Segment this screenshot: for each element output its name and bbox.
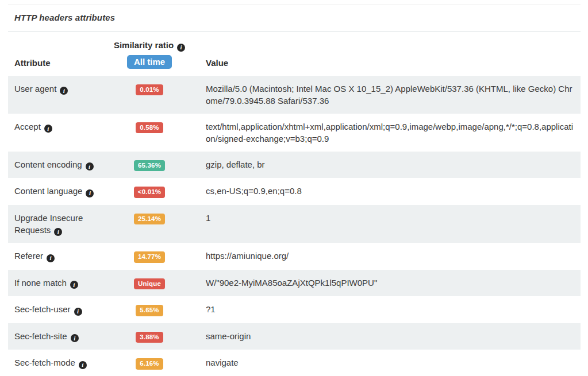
attribute-label: Content language [14,186,82,196]
info-icon[interactable]: i [86,189,94,197]
similarity-badge: Unique [134,278,165,290]
info-icon[interactable]: i [86,162,94,170]
attribute-cell: Sec-fetch-sitei [14,330,109,343]
similarity-badge: 3.88% [136,332,163,343]
info-icon[interactable]: i [177,44,185,52]
attribute-cell: Content languagei [14,185,109,198]
table-row: Sec-fetch-modei 6.16% navigate [8,350,581,376]
attribute-label: Referer [14,251,43,261]
value-cell: W/"90e2-MyiMA85oaZAjXtQPk1l5qPIW0PU" [190,277,574,290]
panel-header: HTTP headers attributes [8,5,581,32]
table-row: Content encodingi 65.36% gzip, deflate, … [8,152,581,179]
attribute-cell: User agenti [14,83,109,107]
value-cell: 1 [190,212,574,237]
column-header-value: Value [190,57,574,69]
panel-title: HTTP headers attributes [14,12,574,24]
value-cell: same-origin [190,330,574,343]
attribute-label: Content encoding [14,160,82,169]
value-cell: ?1 [190,303,574,316]
info-icon[interactable]: i [71,334,79,342]
info-icon[interactable]: i [47,254,55,262]
value-cell: https://amiunique.org/ [190,250,574,263]
similarity-cell: <0.01% [109,185,190,198]
similarity-cell: 3.88% [109,330,190,343]
info-icon[interactable]: i [54,228,62,236]
value-cell: navigate [190,356,574,370]
table-row: Sec-fetch-sitei 3.88% same-origin [8,323,581,350]
table-row: Sec-fetch-useri 5.65% ?1 [8,296,581,323]
attribute-label: User agent [14,84,56,94]
info-icon[interactable]: i [60,87,68,95]
similarity-ratio-label: Similarity ratio [114,40,174,50]
table-body: User agenti 0.01% Mozilla/5.0 (Macintosh… [8,76,581,376]
value-cell: text/html,application/xhtml+xml,applicat… [190,121,574,145]
attribute-label: Sec-fetch-user [14,304,71,314]
info-icon[interactable]: i [74,308,82,316]
attribute-cell: Refereri [14,250,109,263]
table-row: Upgrade Insecure Requestsi 25.14% 1 [8,205,581,243]
column-header-attribute: Attribute [14,57,109,69]
table-header: Attribute Similarity ratioi All time Val… [8,32,581,76]
similarity-cell: Unique [109,277,190,290]
similarity-badge: 6.16% [136,358,163,370]
attribute-cell: Sec-fetch-modei [14,356,109,370]
attribute-cell: Content encodingi [14,158,109,172]
similarity-badge: <0.01% [134,187,166,198]
info-icon[interactable]: i [70,281,78,289]
column-header-similarity: Similarity ratioi All time [109,40,190,69]
similarity-cell: 25.14% [109,212,190,237]
attribute-cell: Upgrade Insecure Requestsi [14,212,109,237]
table-row: Refereri 14.77% https://amiunique.org/ [8,243,581,270]
similarity-badge: 0.01% [136,84,163,96]
time-filter-badge[interactable]: All time [127,55,172,69]
similarity-cell: 5.65% [109,303,190,316]
value-cell: Mozilla/5.0 (Macintosh; Intel Mac OS X 1… [190,83,574,107]
attribute-cell: Sec-fetch-useri [14,303,109,316]
table-row: If none matchi Unique W/"90e2-MyiMA85oaZ… [8,270,581,297]
similarity-cell: 14.77% [109,250,190,263]
table-row: Content languagei <0.01% cs,en-US;q=0.9,… [8,178,581,205]
table-row: User agenti 0.01% Mozilla/5.0 (Macintosh… [8,76,581,114]
similarity-cell: 0.01% [109,83,190,107]
attribute-label: Sec-fetch-site [14,331,67,341]
http-headers-panel: HTTP headers attributes Attribute Simila… [8,5,581,376]
table-row: Accepti 0.58% text/html,application/xhtm… [8,114,581,152]
attribute-label: Sec-fetch-mode [14,358,75,367]
attribute-label: Accept [14,122,41,131]
similarity-badge: 25.14% [134,214,165,225]
attribute-label: Upgrade Insecure Requests [14,213,83,235]
info-icon[interactable]: i [79,361,87,369]
info-icon[interactable]: i [44,125,52,133]
attribute-cell: Accepti [14,121,109,145]
similarity-badge: 5.65% [136,305,163,316]
http-headers-table: Attribute Similarity ratioi All time Val… [8,32,581,376]
value-cell: cs,en-US;q=0.9,en;q=0.8 [190,185,574,198]
similarity-badge: 14.77% [134,251,165,263]
value-cell: gzip, deflate, br [190,158,574,172]
attribute-label: If none match [14,278,67,288]
similarity-cell: 65.36% [109,158,190,172]
similarity-cell: 0.58% [109,121,190,145]
attribute-cell: If none matchi [14,277,109,290]
similarity-badge: 0.58% [136,122,163,134]
similarity-badge: 65.36% [134,160,165,172]
similarity-cell: 6.16% [109,356,190,370]
